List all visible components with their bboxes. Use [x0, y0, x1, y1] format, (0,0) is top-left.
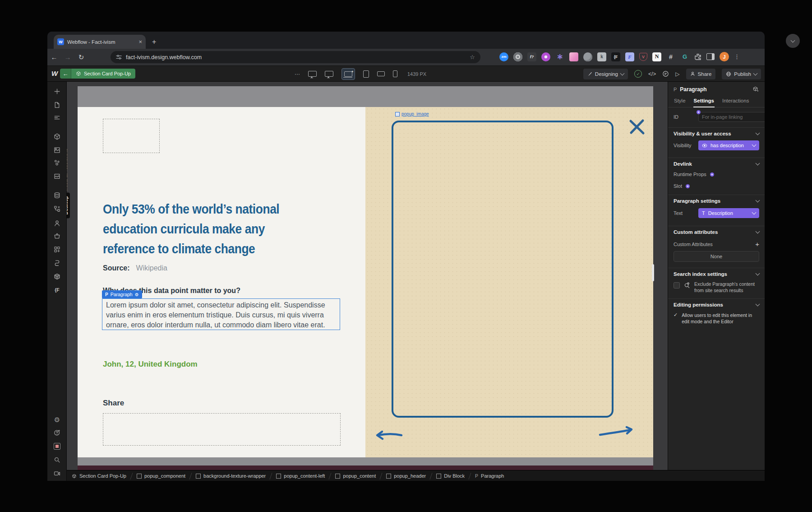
selected-element-badge[interactable]: P Paragraph ⚙ [102, 290, 142, 298]
profile-avatar[interactable]: J [720, 52, 729, 61]
breakpoint-desktop-large-icon[interactable] [308, 71, 317, 77]
canvas-scrollbar[interactable] [652, 264, 654, 281]
bookmark-star-icon[interactable]: ☆ [470, 54, 475, 61]
share-button[interactable]: Share [686, 69, 716, 79]
popup-close-x-icon[interactable] [628, 118, 646, 136]
breakpoint-phone-icon[interactable] [393, 70, 397, 77]
source-value[interactable]: Wikipedia [136, 264, 167, 272]
exclude-checkbox[interactable] [674, 282, 680, 289]
source-row[interactable]: Source:Wikipedia [103, 264, 167, 272]
binding-dot[interactable] [710, 172, 714, 177]
share-heading[interactable]: Share [103, 399, 124, 408]
id-input[interactable] [698, 112, 765, 122]
breadcrumb-item[interactable]: popup_component [135, 473, 187, 479]
popup-image-frame[interactable] [392, 121, 614, 418]
users-icon[interactable] [47, 217, 67, 229]
visibility-condition-dropdown[interactable]: has description [698, 140, 759, 150]
reload-icon[interactable]: ↻ [74, 53, 88, 61]
puzzle-extensions-icon[interactable] [694, 53, 701, 61]
variables-icon[interactable] [47, 157, 67, 168]
extension-icon[interactable] [569, 52, 578, 61]
apps-icon[interactable] [47, 243, 67, 255]
custom-code-icon[interactable]: </> [648, 71, 656, 77]
breakpoint-desktop-icon[interactable] [325, 71, 333, 77]
search-index-header[interactable]: Search index settings [668, 271, 765, 277]
extension-icon[interactable]: {F [611, 52, 620, 61]
logic-icon[interactable] [47, 203, 67, 214]
selected-paragraph[interactable]: Lorem ipsum dolor sit amet, consectetur … [102, 298, 340, 330]
breadcrumb-item-selected[interactable]: PParagraph [473, 473, 506, 479]
component-name-badge[interactable]: Section Card Pop-Up [71, 69, 135, 79]
binding-dot[interactable] [697, 110, 701, 114]
ecommerce-icon[interactable] [47, 230, 67, 242]
share-buttons-placeholder[interactable] [103, 413, 341, 446]
navigator-icon[interactable] [47, 112, 67, 123]
video-tutorials-icon[interactable] [47, 467, 67, 479]
collapse-chevron-button[interactable] [786, 34, 800, 48]
extension-icon[interactable] [541, 52, 550, 61]
finsweet-icon[interactable]: {F [47, 284, 67, 296]
add-attribute-icon[interactable]: + [755, 241, 759, 247]
extension-icon[interactable]: zm [499, 52, 508, 61]
extension-icon[interactable]: ∗ [555, 52, 564, 61]
split-view-icon[interactable] [706, 53, 715, 60]
site-settings-icon[interactable] [116, 54, 122, 60]
devlink-section-header[interactable]: Devlink [668, 161, 765, 167]
tab-interactions[interactable]: Interactions [722, 96, 749, 107]
paragraph-settings-header[interactable]: Paragraph settings [668, 198, 765, 204]
record-icon[interactable] [47, 440, 67, 452]
design-canvas[interactable]: Affects all resolutions Desktop Only 53%… [67, 82, 668, 470]
popup-image-panel[interactable]: popup_image [365, 107, 653, 457]
preview-play-icon[interactable]: ▷ [675, 71, 679, 77]
paragraph-text[interactable]: Lorem ipsum dolor sit amet, consectetur … [106, 300, 336, 330]
extension-icon[interactable]: k [597, 52, 606, 61]
tab-settings[interactable]: Settings [693, 96, 715, 107]
popup-image-element-label[interactable]: popup_image [395, 112, 429, 116]
assets-icon[interactable] [47, 170, 67, 182]
breakpoint-phone-landscape-icon[interactable] [377, 71, 385, 76]
logo-placeholder[interactable] [103, 119, 160, 153]
binding-dot[interactable] [686, 184, 690, 188]
settings-gear-icon[interactable]: ⚙ [47, 414, 67, 426]
help-icon[interactable] [47, 427, 67, 438]
attributes-none-button[interactable]: None [674, 251, 759, 262]
extension-icon[interactable] [513, 52, 522, 61]
browser-tab[interactable]: W Webflow - Fact-ivism × [54, 35, 146, 49]
integrations-hook-icon[interactable] [47, 257, 67, 269]
tab-style[interactable]: Style [674, 96, 686, 107]
canvas-width-readout[interactable]: 1439 PX [407, 71, 426, 77]
extension-icon[interactable]: f? [527, 52, 536, 61]
publish-button[interactable]: Publish [722, 69, 761, 79]
exit-component-back-button[interactable]: ← [60, 69, 71, 79]
pages-icon[interactable] [47, 99, 67, 111]
address-bar[interactable]: fact-ivism.design.webflow.com ☆ [111, 51, 480, 63]
saved-check-icon[interactable]: ✓ [634, 70, 642, 78]
webflow-logo[interactable]: W [51, 70, 58, 77]
cms-icon[interactable] [47, 189, 67, 201]
prev-arrow-icon[interactable] [374, 428, 403, 443]
breadcrumb-item[interactable]: popup_content-left [274, 473, 327, 479]
extension-icon[interactable]: N [652, 52, 661, 61]
next-arrow-icon[interactable] [598, 426, 634, 442]
breadcrumb-item[interactable]: Div Block [434, 473, 466, 479]
url-text[interactable]: fact-ivism.design.webflow.com [126, 54, 466, 61]
breakpoint-desktop-tab[interactable]: Desktop [67, 192, 70, 218]
custom-attributes-header[interactable]: Custom attributes [668, 229, 765, 235]
forward-icon[interactable]: → [61, 53, 74, 61]
editing-permissions-header[interactable]: Editing permissions [668, 302, 765, 307]
new-tab-button[interactable]: + [152, 38, 156, 46]
data-point-heading[interactable]: Only 53% of the world’s national educati… [103, 199, 319, 259]
extension-icon[interactable] [583, 52, 592, 61]
extension-icon[interactable]: # [666, 52, 675, 61]
attribution-text[interactable]: John, 12, United Kingdom [103, 360, 198, 369]
search-icon[interactable] [47, 454, 67, 465]
extension-icon[interactable]: F [625, 52, 634, 61]
comments-icon[interactable] [662, 70, 669, 77]
mode-dropdown[interactable]: Designing [583, 69, 628, 79]
breakpoint-laptop-selected[interactable]: ✦ [341, 68, 355, 80]
add-element-icon[interactable] [47, 85, 67, 97]
breadcrumb-item[interactable]: popup_header [384, 473, 428, 479]
visibility-section-header[interactable]: Visibility & user access [668, 131, 765, 136]
browser-menu-icon[interactable]: ⋮ [734, 53, 740, 60]
checkmark-icon[interactable]: ✓ [674, 312, 678, 318]
